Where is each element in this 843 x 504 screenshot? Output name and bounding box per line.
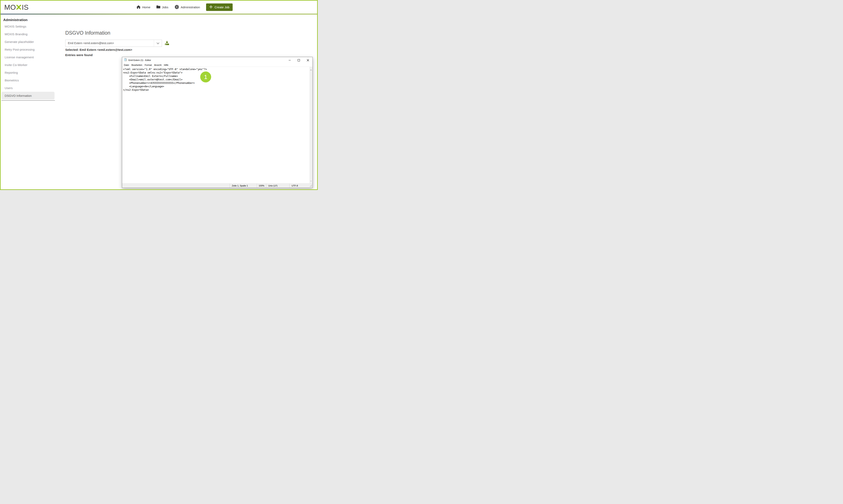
maximize-button[interactable]: [294, 57, 303, 63]
notepad-statusbar: Zeile 1, Spalte 1 100% Unix (LF) UTF-8: [122, 183, 313, 188]
page: MO IS Home Jobs: [0, 0, 318, 190]
annotation-badge-label: 1: [204, 73, 208, 80]
sidebar-divider: [1, 100, 55, 101]
annotation-badge-1: 1: [200, 71, 211, 83]
notepad-window: Emil Extern (1) - Editor Datei Bearbeite…: [122, 57, 313, 188]
notepad-title: Emil Extern (1) - Editor: [128, 59, 151, 61]
top-nav: Home Jobs Administration: [136, 1, 233, 14]
scroll-down-icon[interactable]: [310, 179, 312, 182]
sidebar-item-biometrics[interactable]: Biometrics: [1, 76, 54, 84]
person-select[interactable]: Emil Extern <emil.extern@test.com>: [65, 40, 162, 47]
notepad-text-area[interactable]: <?xml version="1.0" encoding="UTF-8" sta…: [122, 67, 313, 183]
nav-administration[interactable]: Administration: [174, 5, 200, 10]
sidebar-heading: Administration: [3, 18, 56, 22]
scroll-up-icon[interactable]: [310, 68, 312, 71]
selected-person-line: Selected: Emil Extern <emil.extern@test.…: [65, 48, 132, 51]
window-controls: [285, 57, 313, 63]
nav-home-label: Home: [142, 5, 151, 9]
app-header: MO IS Home Jobs: [1, 1, 317, 14]
notepad-app-icon: [124, 58, 127, 62]
status-zoom-level: 100%: [257, 184, 266, 188]
folder-icon: [156, 5, 160, 9]
status-line-ending: Unix (LF): [266, 184, 289, 188]
download-button[interactable]: [165, 41, 169, 46]
entries-found-line: Entries were found: [65, 53, 93, 57]
menu-hilfe[interactable]: Hilfe: [163, 64, 170, 66]
moxis-logo[interactable]: MO IS: [4, 3, 29, 12]
person-select-value: Emil Extern <emil.extern@test.com>: [66, 40, 154, 47]
vertical-scrollbar[interactable]: [310, 67, 313, 183]
home-icon: [136, 5, 141, 10]
sidebar-menu: MOXIS Settings MOXIS Branding Generate p…: [1, 22, 56, 100]
sidebar-item-dsgvo-information[interactable]: DSGVO Information: [1, 92, 54, 100]
create-job-button[interactable]: Create Job: [206, 3, 233, 11]
nav-administration-label: Administration: [181, 5, 200, 9]
resize-grip[interactable]: [310, 184, 312, 187]
sidebar-item-reporting[interactable]: Reporting: [1, 69, 54, 76]
nav-home[interactable]: Home: [136, 5, 151, 10]
plus-icon: [209, 5, 213, 9]
gear-icon: [174, 5, 179, 10]
page-title: DSGVO Information: [65, 30, 110, 36]
notepad-titlebar[interactable]: Emil Extern (1) - Editor: [122, 57, 313, 63]
sidebar: Administration MOXIS Settings MOXIS Bran…: [1, 14, 56, 101]
sidebar-item-license-management[interactable]: License management: [1, 53, 54, 61]
status-cursor-position: Zeile 1, Spalte 1: [230, 184, 257, 188]
logo-x-icon: [16, 3, 22, 11]
close-button[interactable]: [303, 57, 313, 63]
minimize-button[interactable]: [285, 57, 294, 63]
nav-jobs[interactable]: Jobs: [156, 5, 169, 9]
chevron-down-icon: [154, 40, 162, 47]
status-encoding-label: UTF-8: [292, 184, 298, 187]
download-icon: [165, 41, 169, 46]
sidebar-item-invite-co-worker[interactable]: Invite Co-Worker: [1, 61, 54, 69]
sidebar-item-users[interactable]: Users: [1, 84, 54, 92]
menu-datei[interactable]: Datei: [123, 64, 130, 66]
nav-jobs-label: Jobs: [162, 5, 169, 9]
sidebar-item-retry-post-processing[interactable]: Retry Post-processing: [1, 46, 54, 53]
xml-content[interactable]: <?xml version="1.0" encoding="UTF-8" sta…: [122, 67, 313, 91]
logo-text-right: IS: [22, 3, 29, 11]
person-picker-row: Emil Extern <emil.extern@test.com>: [65, 40, 169, 47]
sidebar-item-moxis-settings[interactable]: MOXIS Settings: [1, 22, 54, 30]
menu-ansicht[interactable]: Ansicht: [153, 64, 163, 66]
notepad-menubar: Datei Bearbeiten Format Ansicht Hilfe: [122, 63, 313, 67]
menu-format[interactable]: Format: [143, 64, 153, 66]
status-empty: [122, 184, 230, 188]
sidebar-item-generate-placeholder[interactable]: Generate placeholder: [1, 38, 54, 46]
sidebar-item-moxis-branding[interactable]: MOXIS Branding: [1, 30, 54, 38]
menu-bearbeiten[interactable]: Bearbeiten: [130, 64, 143, 66]
logo-text-left: MO: [4, 3, 16, 11]
create-job-label: Create Job: [215, 5, 229, 9]
status-encoding: UTF-8: [289, 184, 313, 188]
